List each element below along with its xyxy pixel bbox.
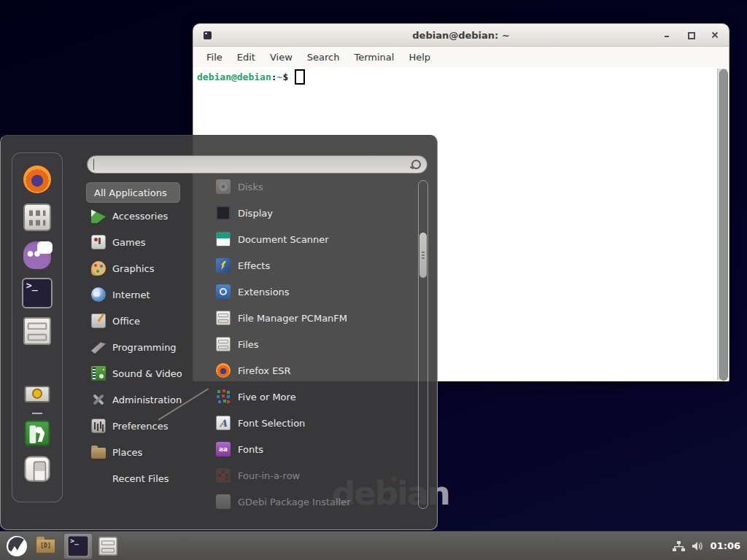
app-item[interactable]: Display (194, 200, 414, 226)
app-item-label: Effects (238, 260, 270, 271)
search-box[interactable] (87, 155, 427, 174)
network-icon[interactable] (673, 540, 685, 552)
file-manager-icon (216, 311, 231, 325)
category-item-label: Administration (112, 394, 182, 405)
app-item[interactable]: GDebi Package Installer (194, 489, 414, 515)
menu-scrollbar[interactable] (418, 180, 428, 509)
preferences-icon (91, 419, 106, 433)
internet-icon (91, 287, 106, 302)
app-item[interactable]: Extensions (194, 279, 414, 305)
category-item-label: Internet (112, 289, 150, 300)
lock-screen-button[interactable] (23, 384, 51, 411)
font-selection-icon (216, 416, 231, 430)
firefox-favorite-button[interactable] (23, 165, 52, 194)
app-item[interactable]: Firefox ESR (194, 357, 414, 384)
category-item-label: Games (112, 237, 145, 248)
files-button[interactable] (101, 539, 115, 553)
category-list: AccessoriesGamesGraphicsInternetOfficePr… (82, 203, 193, 491)
menu-file[interactable]: File (199, 52, 230, 63)
minimize-button[interactable] (663, 31, 670, 39)
close-button[interactable] (711, 31, 719, 39)
pidgin-icon (23, 241, 51, 269)
menu-help[interactable]: Help (401, 52, 438, 63)
gdebi-icon (216, 494, 231, 509)
programming-icon (91, 340, 106, 354)
all-applications-button[interactable]: All Applications (86, 182, 180, 203)
volume-icon[interactable] (692, 540, 704, 552)
app-item-label: Fonts (238, 444, 263, 455)
app-item-label: Files (238, 339, 259, 350)
app-item-label: Disks (238, 182, 263, 192)
search-icon (411, 160, 421, 169)
graphics-icon (91, 261, 106, 276)
category-item[interactable]: Accessories (82, 203, 193, 229)
prompt-separator: : (271, 71, 277, 82)
menu-edit[interactable]: Edit (230, 52, 263, 63)
prompt-user-host: debian@debian (197, 71, 271, 82)
disks-icon (216, 179, 231, 194)
clock[interactable]: 01:06 (711, 540, 740, 551)
app-item[interactable]: Four-in-a-row (194, 462, 414, 489)
category-item[interactable]: Programming (82, 334, 193, 360)
no-icon (91, 471, 106, 486)
taskbar-launchers (0, 533, 115, 559)
terminal-scrollbar-thumb[interactable] (719, 69, 728, 381)
terminal-cursor (295, 69, 305, 85)
menu-terminal[interactable]: Terminal (347, 52, 401, 63)
category-item[interactable]: Graphics (82, 255, 193, 281)
category-item-label: Office (112, 316, 140, 327)
terminal-icon (67, 535, 89, 557)
app-item-label: GDebi Package Installer (238, 497, 351, 508)
file-manager-icon (23, 317, 51, 345)
menu-logo-icon (6, 535, 28, 557)
app-item[interactable]: Effects (194, 252, 414, 279)
app-item[interactable]: Document Scanner (194, 226, 414, 252)
log-out-button[interactable] (23, 419, 51, 447)
pidgin-favorite-button[interactable] (23, 241, 52, 270)
app-item-label: Document Scanner (238, 234, 329, 245)
category-item-label: Places (112, 447, 142, 458)
category-item-label: Graphics (112, 263, 154, 274)
display-icon (216, 206, 231, 220)
terminal-favorite-button[interactable] (23, 279, 52, 308)
file-manager-favorite-button[interactable] (23, 316, 52, 346)
menu-button[interactable] (6, 535, 28, 557)
maximize-button[interactable] (687, 31, 694, 39)
terminal-titlebar[interactable]: debian@debian: ~ (193, 24, 729, 47)
desktop-folder-button[interactable] (36, 539, 55, 553)
four-in-a-row-icon (216, 468, 231, 483)
shut-down-button[interactable] (23, 455, 51, 483)
menu-search[interactable]: Search (300, 52, 347, 63)
app-item-label: Display (238, 208, 273, 219)
prompt-path: ~ (277, 71, 283, 82)
app-item[interactable]: Font Selection (194, 410, 414, 436)
category-item[interactable]: Internet (82, 281, 193, 308)
terminal-scrollbar[interactable] (717, 69, 727, 380)
app-item[interactable]: Disks (194, 174, 414, 200)
category-item[interactable]: Sound & Video (82, 360, 193, 386)
document-scanner-icon (216, 232, 231, 246)
menu-view[interactable]: View (263, 52, 300, 63)
firefox-icon (216, 363, 231, 378)
keyboard-favorite-button[interactable] (23, 203, 52, 232)
shut-down-icon (25, 456, 50, 482)
category-item[interactable]: Office (82, 308, 193, 334)
category-item[interactable]: Places (82, 439, 193, 465)
app-item[interactable]: Fonts (194, 436, 414, 462)
app-item-label: Extensions (238, 287, 290, 298)
category-item[interactable]: Recent Files (82, 465, 193, 491)
category-item[interactable]: Games (82, 229, 193, 255)
extensions-icon (216, 284, 231, 299)
effects-icon (216, 258, 231, 273)
category-item-label: Preferences (112, 421, 168, 432)
app-item[interactable]: Files (194, 331, 414, 357)
app-item[interactable]: File Manager PCManFM (194, 305, 414, 331)
terminal-icon (22, 278, 53, 308)
search-input[interactable] (92, 155, 411, 174)
terminal-taskbar-button[interactable] (63, 533, 93, 559)
app-item[interactable]: Five or More (194, 384, 414, 410)
terminal-menubar: FileEditViewSearchTerminalHelp (193, 47, 729, 67)
category-item[interactable]: Preferences (82, 413, 193, 439)
sound-video-icon (91, 366, 106, 381)
menu-scrollbar-thumb[interactable] (419, 233, 427, 278)
